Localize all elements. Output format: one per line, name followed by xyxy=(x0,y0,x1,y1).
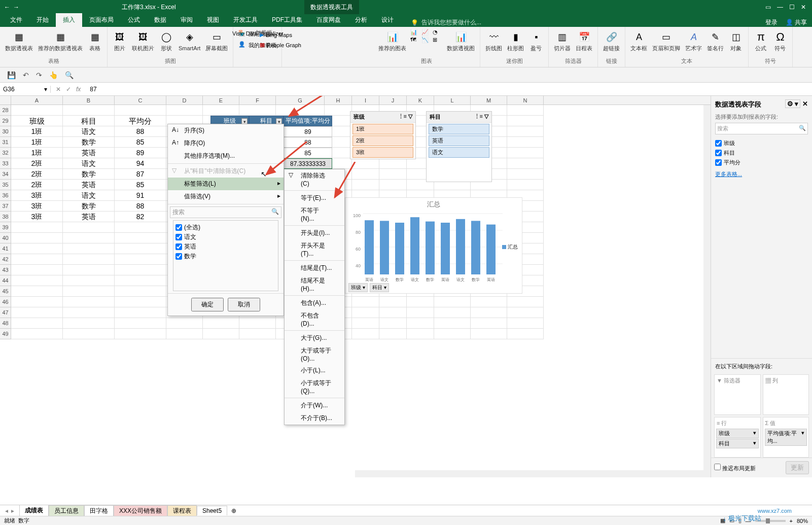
close-icon[interactable]: ✕ xyxy=(801,4,806,11)
tab-analyze[interactable]: 分析 xyxy=(348,13,374,27)
sheet-tab[interactable]: 田字格 xyxy=(84,505,114,516)
picture-button[interactable]: 🖼图片 xyxy=(112,29,128,52)
chart-filter-subject[interactable]: 科目 ▾ xyxy=(370,283,389,292)
screenshot-button[interactable]: ▭屏幕截图 xyxy=(204,29,229,52)
enter-icon[interactable]: ✓ xyxy=(66,86,71,93)
sheet-tab[interactable]: 课程表 xyxy=(167,505,197,516)
multi-select-icon[interactable]: ⋮≡ xyxy=(474,113,483,119)
equals-item[interactable]: 等于(E)... xyxy=(285,192,344,204)
between-item[interactable]: 介于(W)... xyxy=(285,399,344,412)
chart-type-icon[interactable]: ◔ xyxy=(433,29,443,36)
tab-insert[interactable]: 插入 xyxy=(56,13,82,27)
vertical-scrollbar[interactable] xyxy=(703,105,711,477)
slicer-item[interactable]: 3班 xyxy=(352,147,413,158)
field-check-subject[interactable]: 科目 xyxy=(715,148,808,158)
check-item[interactable]: 语文 xyxy=(175,232,276,242)
tab-design[interactable]: 设计 xyxy=(374,13,401,27)
tab-data[interactable]: 数据 xyxy=(147,13,173,27)
row-headers[interactable]: 2829303132333435363738394041424344454647… xyxy=(0,105,11,339)
sort-asc-item[interactable]: A↓升序(S) xyxy=(168,124,284,137)
hyperlink-button[interactable]: 🔗超链接 xyxy=(602,29,621,52)
login-link[interactable]: 登录 xyxy=(765,18,778,27)
recommended-pivot-button[interactable]: ▦推荐的数据透视表 xyxy=(37,29,84,52)
arrow-left-icon[interactable]: ← xyxy=(4,4,10,11)
undo-icon[interactable]: ↶ xyxy=(23,71,29,79)
header-footer-button[interactable]: ▭页眉和页脚 xyxy=(651,29,681,52)
table-button[interactable]: ▦表格 xyxy=(87,29,103,52)
chart-type-icon[interactable]: 📈 xyxy=(421,29,432,36)
pivot-chart[interactable]: 汇总 英语语文数学语文数学英语语文数学英语 100 80 60 40 汇总 班级… xyxy=(345,197,522,294)
gte-item[interactable]: 大于或等于(O)... xyxy=(285,344,344,364)
sheet-tab[interactable]: 成绩表 xyxy=(19,505,49,517)
field-check-avg[interactable]: 平均分 xyxy=(715,158,808,167)
gear-icon[interactable]: ⚙ ▾ xyxy=(785,99,801,108)
not-equals-item[interactable]: 不等于(N)... xyxy=(285,204,344,224)
update-button[interactable]: 更新 xyxy=(786,461,809,474)
lt-item[interactable]: 小于(L)... xyxy=(285,364,344,377)
gt-item[interactable]: 大于(G)... xyxy=(285,332,344,344)
textbox-button[interactable]: A文本框 xyxy=(629,29,648,52)
not-ends-with-item[interactable]: 结尾不是(H)... xyxy=(285,274,344,294)
signature-button[interactable]: ✎签名行 xyxy=(706,29,725,52)
tab-dev[interactable]: 开发工具 xyxy=(226,13,265,27)
chart-filter-class[interactable]: 班级 ▾ xyxy=(348,283,368,292)
lte-item[interactable]: 小于或等于(Q)... xyxy=(285,377,344,397)
chevron-down-icon[interactable]: ▾ xyxy=(44,86,47,93)
touch-icon[interactable]: 👆 xyxy=(49,71,58,79)
field-search-input[interactable]: 搜索🔍 xyxy=(715,123,808,134)
shapes-button[interactable]: ◯形状 xyxy=(158,29,174,52)
tab-view[interactable]: 视图 xyxy=(200,13,226,27)
recommended-charts-button[interactable]: 📊推荐的图表 xyxy=(377,29,407,52)
chart-type-icon[interactable]: 📉 xyxy=(421,37,432,43)
filter-search-input[interactable]: 搜索🔍 xyxy=(170,206,281,218)
slicer-item[interactable]: 2班 xyxy=(352,135,413,146)
slicer-item[interactable]: 数学 xyxy=(429,124,489,134)
check-item[interactable]: 英语 xyxy=(175,242,276,252)
slicer-class[interactable]: 班级⋮≡ ▽ 1班 2班 3班 xyxy=(350,111,416,159)
pivot-cell[interactable]: 88 xyxy=(284,137,332,148)
new-sheet-icon[interactable]: ⊕ xyxy=(227,507,240,514)
slicer-button[interactable]: ▥切片器 xyxy=(553,29,572,52)
clear-filter-icon[interactable]: ▽ xyxy=(408,113,412,119)
column-area[interactable]: ▦ 列 xyxy=(763,374,809,415)
row-field-item[interactable]: 科目▾ xyxy=(716,439,759,448)
redo-icon[interactable]: ↷ xyxy=(36,71,42,79)
check-item[interactable]: 数学 xyxy=(175,252,276,261)
pivot-cell[interactable]: 85 xyxy=(284,148,332,158)
not-contains-item[interactable]: 不包含(D)... xyxy=(285,309,344,329)
slicer-item[interactable]: 英语 xyxy=(429,135,489,146)
sparkline-winloss-button[interactable]: ▪盈亏 xyxy=(528,29,544,52)
object-button[interactable]: ◫对象 xyxy=(728,29,744,52)
share-button[interactable]: 👤 共享 xyxy=(786,18,807,27)
defer-layout-checkbox[interactable]: 推迟布局更新 xyxy=(714,464,756,472)
save-icon[interactable]: 💾 xyxy=(7,71,16,79)
row-field-item[interactable]: 班级▾ xyxy=(716,429,759,438)
not-begins-with-item[interactable]: 开头不是(T)... xyxy=(285,239,344,259)
tab-file[interactable]: 文件 xyxy=(3,13,29,27)
sparkline-column-button[interactable]: ▮柱形图 xyxy=(506,29,525,52)
ends-with-item[interactable]: 结尾是(T)... xyxy=(285,262,344,274)
chart-type-icon[interactable]: ⊞ xyxy=(433,37,443,43)
value-field-item[interactable]: 平均值项:平均...▾ xyxy=(765,429,807,446)
maximize-icon[interactable]: ☐ xyxy=(789,4,795,11)
preview-icon[interactable]: 🔍 xyxy=(65,71,74,79)
tab-layout[interactable]: 页面布局 xyxy=(82,13,121,27)
chart-type-icon[interactable]: 📊 xyxy=(410,29,420,36)
name-box[interactable]: G36▾ xyxy=(0,86,51,93)
value-area[interactable]: Σ 值 平均值项:平均...▾ xyxy=(763,417,809,458)
formula-input[interactable]: 87 xyxy=(86,86,812,93)
sheet-nav-next[interactable]: ▸ xyxy=(11,507,14,514)
slicer-item[interactable]: 1班 xyxy=(352,124,413,134)
tab-review[interactable]: 审阅 xyxy=(173,13,200,27)
sheet-tab[interactable]: XXX公司销售额 xyxy=(114,505,167,516)
online-picture-button[interactable]: 🖼联机图片 xyxy=(131,29,155,52)
arrow-right-icon[interactable]: → xyxy=(13,4,19,11)
not-between-item[interactable]: 不介于(B)... xyxy=(285,412,344,425)
cancel-button[interactable]: 取消 xyxy=(228,298,260,311)
clear-filter-icon[interactable]: ▽ xyxy=(484,113,488,119)
pivot-cell-selected[interactable]: 87.33333333 xyxy=(284,158,332,169)
column-headers[interactable]: ABCDEFGHIJKLMN xyxy=(0,96,711,105)
sheet-tab[interactable]: 员工信息 xyxy=(49,505,84,516)
filter-dropdown-icon[interactable]: ▾ xyxy=(276,118,282,124)
ok-button[interactable]: 确定 xyxy=(191,298,224,311)
